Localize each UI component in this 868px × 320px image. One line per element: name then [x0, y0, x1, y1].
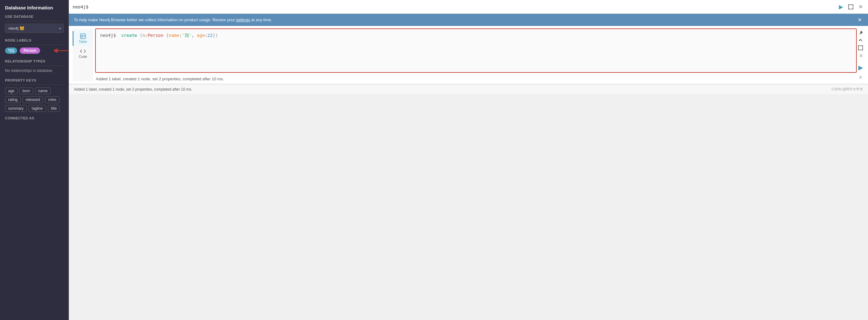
query-open-paren: ( — [140, 33, 142, 38]
query-create-kw: create — [121, 33, 140, 38]
node-labels-label: Node labels — [5, 38, 64, 42]
table-icon — [80, 33, 86, 39]
query-prop-age-val: 22 — [208, 33, 213, 38]
tab-table-label: Table — [79, 40, 87, 43]
top-bar-play-button[interactable]: ▶ — [838, 2, 844, 11]
query-open-brace: { — [166, 33, 169, 38]
svg-rect-3 — [81, 34, 86, 39]
top-bar-maximize-button[interactable] — [847, 3, 855, 11]
property-key-summary: summary — [5, 105, 27, 112]
branding-text: CSDN @阿牛大学市 — [832, 87, 863, 92]
database-select-wrapper[interactable]: neo4j 🐱 ▾ — [5, 24, 64, 33]
query-prop-name-key: name — [169, 33, 179, 38]
query-panel-star-button[interactable]: ★ — [857, 73, 864, 81]
property-key-rating: rating — [5, 96, 21, 103]
query-comma: , — [191, 33, 197, 38]
info-banner-text: To help make Neo4j Browser better we col… — [74, 17, 272, 22]
query-prop-age-key: age — [197, 33, 205, 38]
query-panel-header: Table Code neo4j$ create — [69, 26, 868, 84]
property-keys-label: Property keys — [5, 78, 64, 82]
query-panel-close-button[interactable]: ✕ — [858, 52, 864, 59]
main-area: ▶ ✕ To help make Neo4j Browser better we… — [69, 0, 868, 320]
property-key-tagline: tagline — [29, 105, 46, 112]
info-banner-close-button[interactable]: ✕ — [857, 17, 863, 23]
property-key-title: title — [48, 105, 60, 112]
node-labels-row: *(1) Person — [5, 47, 64, 54]
collapse-icon — [858, 38, 863, 43]
query-close-brace: } — [213, 33, 215, 38]
node-label-person[interactable]: Person — [20, 47, 40, 54]
arrow-indicator-icon — [54, 47, 69, 54]
relationship-types-label: Relationship types — [5, 59, 64, 63]
property-key-released: released — [23, 96, 43, 103]
tab-code-label: Code — [79, 55, 87, 59]
query-panel-pin-button[interactable] — [857, 30, 864, 36]
property-key-age: age — [5, 87, 18, 94]
result-tabs: Table Code — [72, 29, 93, 81]
status-bar: Added 1 label, created 1 node, set 2 pro… — [69, 84, 868, 94]
svg-rect-7 — [858, 46, 863, 50]
tab-code[interactable]: Code — [72, 46, 92, 61]
status-bar-text: Added 1 label, created 1 node, set 2 pro… — [74, 87, 192, 92]
property-keys-container: age born name rating released roles summ… — [5, 87, 64, 112]
svg-rect-2 — [848, 5, 853, 9]
database-select[interactable]: neo4j 🐱 — [5, 24, 64, 33]
divider-2 — [5, 45, 64, 45]
divider-3 — [5, 66, 64, 66]
property-key-born: born — [20, 87, 33, 94]
node-label-star[interactable]: *(1) — [5, 47, 17, 54]
query-close-paren: ) — [215, 33, 218, 38]
query-prop-name-val: '我' — [182, 33, 191, 38]
divider-1 — [5, 21, 64, 21]
info-banner-settings-link[interactable]: settings — [236, 17, 250, 22]
sidebar-title: Database Information — [5, 5, 64, 10]
query-node-label: :Person — [145, 33, 166, 38]
query-panel-run-button[interactable]: ▶ — [857, 63, 864, 72]
divider-4 — [5, 85, 64, 85]
info-banner: To help make Neo4j Browser better we col… — [69, 14, 868, 26]
top-bar-input[interactable] — [72, 4, 835, 9]
connected-as-label: Connected as — [5, 116, 64, 120]
no-relationships-text: No relationships in database — [5, 68, 64, 73]
property-key-name: name — [35, 87, 51, 94]
query-colon-2: : — [205, 33, 207, 38]
top-bar: ▶ ✕ — [69, 0, 868, 14]
query-panel: Table Code neo4j$ create — [69, 26, 868, 84]
query-box: neo4j$ create (n:Person {name:'我', age:2… — [95, 29, 857, 73]
sidebar: Database Information Use database neo4j … — [0, 0, 69, 320]
query-result-text: Added 1 label, created 1 node, set 2 pro… — [95, 77, 857, 81]
maximize-icon — [848, 4, 853, 9]
query-prompt: neo4j$ — [100, 33, 116, 38]
query-panel-actions: ✕ ▶ ★ — [857, 29, 864, 81]
pin-icon — [858, 30, 863, 35]
property-key-roles: roles — [45, 96, 59, 103]
use-database-label: Use database — [5, 15, 64, 19]
query-panel-collapse-button[interactable] — [857, 37, 864, 43]
code-icon — [80, 48, 86, 54]
expand-icon — [858, 45, 863, 50]
result-tabs-and-content: Table Code neo4j$ create — [72, 29, 864, 81]
tab-table[interactable]: Table — [72, 31, 92, 46]
query-panel-expand-button[interactable] — [857, 45, 864, 51]
top-bar-close-button[interactable]: ✕ — [857, 2, 864, 11]
